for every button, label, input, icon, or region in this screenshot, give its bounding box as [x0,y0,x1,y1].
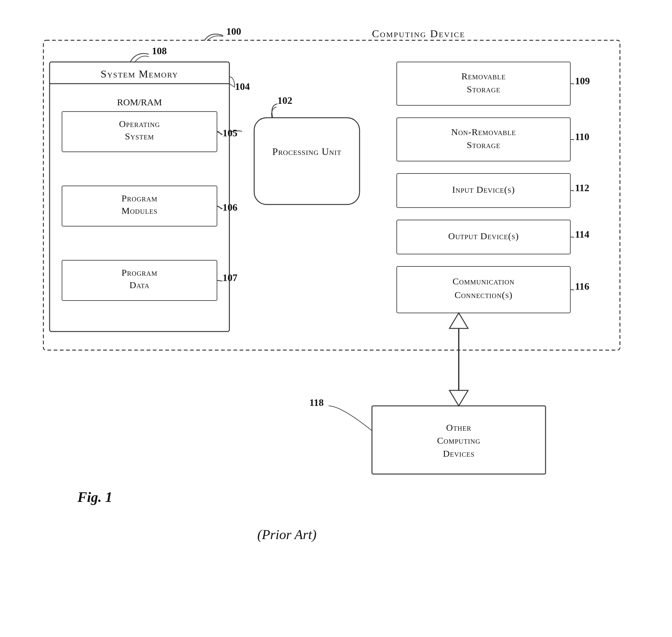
os-label: Operating [119,119,160,129]
svg-marker-14 [449,313,468,328]
prog-data-label2: Data [129,280,150,290]
svg-rect-0 [43,40,620,350]
rom-ram-label: ROM/RAM [117,97,162,107]
svg-rect-12 [372,406,546,474]
comm-connections-label2: Connection(s) [455,290,512,300]
processing-unit-label: Processing Unit [272,146,341,157]
system-memory-label: System Memory [101,68,178,79]
label-106: 106 [223,202,237,213]
label-116: 116 [575,281,589,292]
prog-modules-label: Program [122,193,157,203]
non-removable-storage-label: Non-Removable [451,127,516,137]
svg-rect-1 [50,62,229,331]
other-computing-label2: Computing [437,435,480,445]
removable-storage-label2: Storage [467,84,500,94]
prog-modules-label2: Modules [122,205,158,216]
label-108: 108 [152,45,167,56]
prog-data-label: Program [122,267,157,278]
svg-rect-11 [397,267,570,313]
svg-rect-3 [62,111,217,152]
other-computing-label3: Devices [443,448,475,458]
svg-rect-4 [62,186,217,226]
label-107: 107 [223,272,237,283]
svg-rect-6 [254,118,359,204]
other-computing-label: Other [446,422,472,433]
svg-rect-10 [397,220,570,254]
label-112: 112 [575,182,589,193]
label-104: 104 [235,81,250,92]
svg-rect-9 [397,174,570,207]
svg-rect-8 [397,118,570,161]
removable-storage-label: Removable [462,71,506,81]
input-device-label: Input Device(s) [452,184,515,195]
label-109: 109 [575,75,590,87]
output-device-label: Output Device(s) [448,231,519,241]
svg-rect-7 [397,62,570,105]
label-102: 102 [278,95,292,106]
comm-connections-label: Communication [453,276,515,286]
os-label2: System [125,131,154,141]
label-110: 110 [575,131,589,142]
label-118: 118 [310,397,324,408]
label-114: 114 [575,229,589,240]
prior-art-label: (Prior Art) [257,527,317,542]
non-removable-storage-label2: Storage [467,140,500,150]
computing-device-label: Computing Device [372,28,465,39]
label-100: 100 [226,26,241,37]
label-105: 105 [223,127,237,139]
svg-rect-5 [62,260,217,301]
svg-marker-15 [449,390,468,406]
fig-label: Fig. 1 [77,489,112,505]
